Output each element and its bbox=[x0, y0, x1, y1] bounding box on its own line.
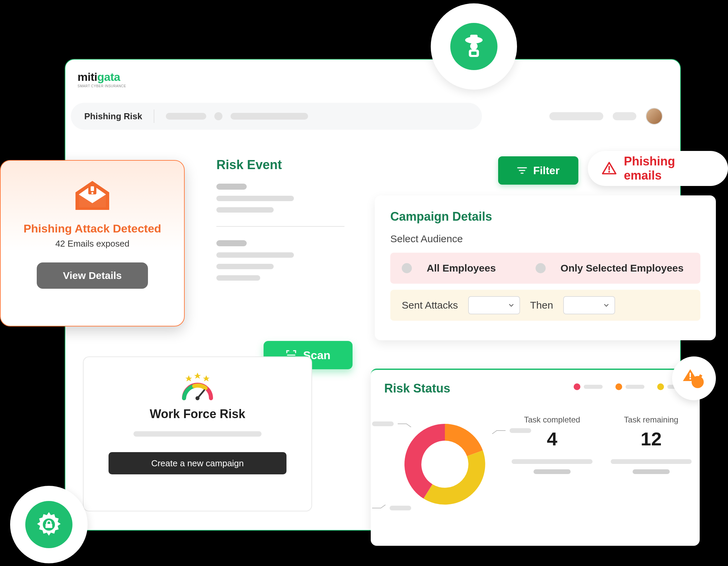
then-dropdown[interactable] bbox=[563, 296, 615, 314]
audience-row: All Employees Only Selected Employees bbox=[390, 253, 700, 284]
placeholder bbox=[512, 459, 593, 464]
placeholder bbox=[372, 421, 394, 426]
task-completed-label: Task completed bbox=[512, 415, 593, 425]
phishing-alert-card: Phishing Attack Detected 42 Emails expos… bbox=[0, 160, 185, 326]
logo-tagline: SMART CYBER INSURANCE bbox=[78, 84, 126, 88]
task-completed: Task completed 4 bbox=[512, 415, 593, 474]
placeholder bbox=[613, 112, 636, 120]
settings-badge[interactable] bbox=[10, 486, 88, 563]
legend-item bbox=[574, 383, 603, 390]
phishing-emails-label: Phishing emails bbox=[624, 154, 714, 183]
logo-right: gata bbox=[97, 70, 120, 84]
gauge-icon bbox=[177, 371, 218, 398]
radio-all[interactable] bbox=[402, 263, 412, 273]
svg-point-12 bbox=[608, 171, 610, 172]
option-all-label: All Employees bbox=[427, 262, 496, 274]
placeholder bbox=[549, 112, 603, 120]
svg-line-18 bbox=[198, 390, 204, 398]
hacker-icon bbox=[450, 23, 497, 70]
placeholder bbox=[231, 113, 308, 120]
legend-dot-yellow bbox=[657, 383, 664, 390]
brand-logo: mitigata SMART CYBER INSURANCE bbox=[78, 70, 126, 88]
topbar: Phishing Risk bbox=[71, 101, 676, 131]
radio-selected[interactable] bbox=[536, 263, 546, 273]
placeholder bbox=[584, 385, 603, 389]
placeholder bbox=[626, 385, 644, 389]
placeholder bbox=[216, 240, 247, 246]
warning-icon bbox=[602, 162, 616, 175]
placeholder bbox=[611, 459, 692, 464]
topbar-right bbox=[549, 108, 663, 125]
workforce-risk-card: Work Force Risk Create a new campaign bbox=[83, 356, 312, 511]
task-remaining: Task remaining 12 bbox=[611, 415, 692, 474]
sent-attacks-row: Sent Attacks Then bbox=[390, 290, 700, 321]
phishing-alert-title: Phishing Attack Detected bbox=[24, 222, 161, 235]
alert-bomb-icon bbox=[681, 365, 707, 391]
risk-status-card: Risk Status Task completed 4 Task remain… bbox=[371, 369, 700, 546]
hacker-badge bbox=[431, 3, 517, 90]
risk-event-card: Risk Event bbox=[216, 158, 344, 281]
chevron-down-icon bbox=[603, 302, 610, 309]
phishing-emails-pill[interactable]: Phishing emails bbox=[588, 151, 728, 186]
svg-marker-15 bbox=[185, 375, 192, 381]
placeholder bbox=[216, 207, 274, 213]
filter-button[interactable]: Filter bbox=[498, 156, 578, 185]
envelope-alert-icon bbox=[72, 179, 113, 213]
divider bbox=[154, 109, 154, 123]
divider bbox=[216, 226, 344, 227]
svg-rect-6 bbox=[91, 186, 94, 191]
campaign-details-card: Campaign Details Select Audience All Emp… bbox=[375, 195, 716, 340]
chevron-down-icon bbox=[508, 302, 515, 309]
svg-rect-1 bbox=[470, 35, 478, 40]
placeholder bbox=[534, 469, 571, 474]
task-remaining-label: Task remaining bbox=[611, 415, 692, 425]
logo-left: miti bbox=[78, 70, 97, 84]
svg-point-23 bbox=[690, 378, 691, 380]
placeholder bbox=[216, 275, 260, 281]
svg-rect-4 bbox=[471, 52, 477, 55]
svg-point-2 bbox=[470, 42, 478, 50]
placeholder bbox=[216, 264, 274, 269]
svg-marker-16 bbox=[203, 375, 210, 381]
alert-badge[interactable] bbox=[672, 356, 716, 400]
placeholder bbox=[216, 252, 294, 258]
filter-label: Filter bbox=[533, 164, 559, 177]
search-bar[interactable]: Phishing Risk bbox=[71, 103, 482, 130]
legend bbox=[574, 383, 686, 390]
legend-item bbox=[615, 383, 644, 390]
workforce-risk-title: Work Force Risk bbox=[150, 407, 245, 421]
placeholder bbox=[390, 506, 411, 510]
legend-dot-orange bbox=[615, 383, 622, 390]
sent-attacks-label: Sent Attacks bbox=[402, 300, 458, 311]
sent-attacks-dropdown[interactable] bbox=[468, 296, 520, 314]
placeholder bbox=[216, 196, 294, 201]
placeholder bbox=[214, 112, 222, 120]
then-label: Then bbox=[530, 300, 553, 311]
campaign-title: Campaign Details bbox=[390, 210, 700, 224]
donut-chart bbox=[391, 410, 499, 518]
callout bbox=[372, 420, 411, 427]
avatar[interactable] bbox=[646, 108, 663, 125]
phishing-alert-subtitle: 42 Emails exposed bbox=[55, 239, 129, 249]
task-completed-value: 4 bbox=[512, 428, 593, 450]
stats: Task completed 4 Task remaining 12 bbox=[512, 415, 692, 474]
svg-point-7 bbox=[91, 192, 93, 194]
placeholder bbox=[166, 113, 206, 120]
svg-marker-14 bbox=[194, 373, 201, 379]
search-label: Phishing Risk bbox=[84, 111, 142, 122]
legend-dot-red bbox=[574, 383, 580, 390]
gear-icon bbox=[25, 501, 72, 548]
placeholder bbox=[633, 469, 670, 474]
placeholder bbox=[216, 184, 247, 190]
option-selected-label: Only Selected Employees bbox=[560, 262, 684, 274]
risk-event-title: Risk Event bbox=[216, 158, 344, 172]
select-audience-label: Select Audience bbox=[390, 233, 700, 245]
view-details-button[interactable]: View Details bbox=[37, 262, 148, 289]
placeholder bbox=[133, 431, 262, 437]
callout bbox=[372, 505, 411, 511]
task-remaining-value: 12 bbox=[611, 428, 692, 450]
filter-icon bbox=[517, 166, 527, 175]
create-campaign-button[interactable]: Create a new campaign bbox=[109, 452, 286, 474]
